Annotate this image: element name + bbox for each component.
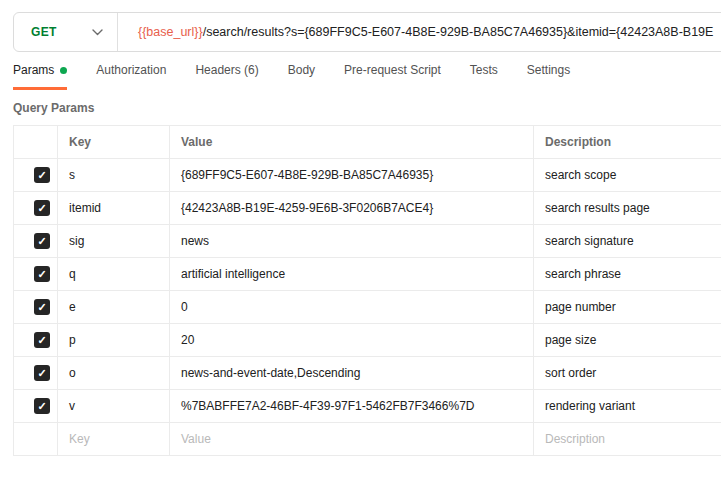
check-icon: ✓ [37,269,46,280]
new-param-key-input[interactable]: Key [58,423,170,455]
tab-pre-request-script[interactable]: Pre-request Script [344,63,441,90]
table-row: ✓ e 0 page number [14,291,721,324]
row-checkbox[interactable]: ✓ [34,167,50,183]
method-dropdown[interactable]: GET [14,13,118,51]
check-icon: ✓ [37,170,46,181]
param-description-cell[interactable]: search phrase [534,258,721,290]
param-value-cell[interactable]: artificial intelligence [170,258,534,290]
check-icon: ✓ [37,401,46,412]
row-checkbox[interactable]: ✓ [34,200,50,216]
checkbox-cell: ✓ [14,390,58,422]
param-description-cell[interactable]: search signature [534,225,721,257]
tab-params[interactable]: Params [13,63,67,90]
tab-label: Settings [527,63,570,77]
param-key-cell[interactable]: e [58,291,170,323]
check-icon: ✓ [37,203,46,214]
new-param-description-input[interactable]: Description [534,423,721,455]
param-value-cell[interactable]: news [170,225,534,257]
url-variable: {{base_url}} [138,25,203,39]
table-row: ✓ q artificial intelligence search phras… [14,258,721,291]
param-key-cell[interactable]: o [58,357,170,389]
param-value-cell[interactable]: %7BABFFE7A2-46BF-4F39-97F1-5462FB7F3466%… [170,390,534,422]
checkbox-cell [14,423,58,455]
param-value-cell[interactable]: 20 [170,324,534,356]
new-param-row: Key Value Description [14,423,721,456]
params-active-dot-icon [60,67,67,74]
checkbox-cell: ✓ [14,258,58,290]
new-param-value-input[interactable]: Value [170,423,534,455]
row-checkbox[interactable]: ✓ [34,299,50,315]
checkbox-cell: ✓ [14,192,58,224]
request-builder-panel: GET {{base_url}}/search/results?s={689FF… [0,0,721,479]
url-input[interactable]: {{base_url}}/search/results?s={689FF9C5-… [118,13,721,51]
chevron-down-icon [92,29,103,36]
tab-label: Body [288,63,315,77]
param-description-cell[interactable]: search results page [534,192,721,224]
table-row: ✓ s {689FF9C5-E607-4B8E-929B-BA85C7A4693… [14,159,721,192]
param-description-cell[interactable]: page number [534,291,721,323]
param-value-cell[interactable]: 0 [170,291,534,323]
param-key-cell[interactable]: sig [58,225,170,257]
check-icon: ✓ [37,368,46,379]
tab-label: Authorization [96,63,166,77]
row-checkbox[interactable]: ✓ [34,332,50,348]
row-checkbox[interactable]: ✓ [34,365,50,381]
header-checkbox-cell [14,126,58,158]
check-icon: ✓ [37,236,46,247]
query-params-table: Key Value Description ✓ s {689FF9C5-E607… [13,125,721,456]
checkbox-cell: ✓ [14,324,58,356]
tab-label: Pre-request Script [344,63,441,77]
checkbox-cell: ✓ [14,291,58,323]
tab-label: Params [13,63,54,77]
url-path: /search/results?s={689FF9C5-E607-4B8E-92… [203,25,714,39]
param-value-cell[interactable]: {42423A8B-B19E-4259-9E6B-3F0206B7ACE4} [170,192,534,224]
table-row: ✓ p 20 page size [14,324,721,357]
tab-label: Tests [470,63,498,77]
tab-headers[interactable]: Headers (6) [195,63,258,90]
request-tabs: Params Authorization Headers (6) Body Pr… [13,63,570,90]
param-value-cell[interactable]: news-and-event-date,Descending [170,357,534,389]
table-row: ✓ v %7BABFFE7A2-46BF-4F39-97F1-5462FB7F3… [14,390,721,423]
request-url-bar: GET {{base_url}}/search/results?s={689FF… [13,12,721,52]
row-checkbox[interactable]: ✓ [34,233,50,249]
tab-body[interactable]: Body [288,63,315,90]
header-description: Description [534,126,721,158]
tab-settings[interactable]: Settings [527,63,570,90]
param-key-cell[interactable]: s [58,159,170,191]
tab-label: Headers (6) [195,63,258,77]
param-key-cell[interactable]: itemid [58,192,170,224]
row-checkbox[interactable]: ✓ [34,398,50,414]
param-description-cell[interactable]: search scope [534,159,721,191]
checkbox-cell: ✓ [14,159,58,191]
tab-tests[interactable]: Tests [470,63,498,90]
param-key-cell[interactable]: q [58,258,170,290]
method-label: GET [31,25,57,39]
param-key-cell[interactable]: p [58,324,170,356]
table-row: ✓ sig news search signature [14,225,721,258]
param-description-cell[interactable]: rendering variant [534,390,721,422]
param-description-cell[interactable]: page size [534,324,721,356]
checkbox-cell: ✓ [14,357,58,389]
row-checkbox[interactable]: ✓ [34,266,50,282]
check-icon: ✓ [37,302,46,313]
param-description-cell[interactable]: sort order [534,357,721,389]
checkbox-cell: ✓ [14,225,58,257]
tab-authorization[interactable]: Authorization [96,63,166,90]
query-params-title: Query Params [13,101,94,115]
check-icon: ✓ [37,335,46,346]
param-key-cell[interactable]: v [58,390,170,422]
param-value-cell[interactable]: {689FF9C5-E607-4B8E-929B-BA85C7A46935} [170,159,534,191]
table-row: ✓ itemid {42423A8B-B19E-4259-9E6B-3F0206… [14,192,721,225]
header-value: Value [170,126,534,158]
table-row: ✓ o news-and-event-date,Descending sort … [14,357,721,390]
header-key: Key [58,126,170,158]
table-header-row: Key Value Description [14,126,721,159]
